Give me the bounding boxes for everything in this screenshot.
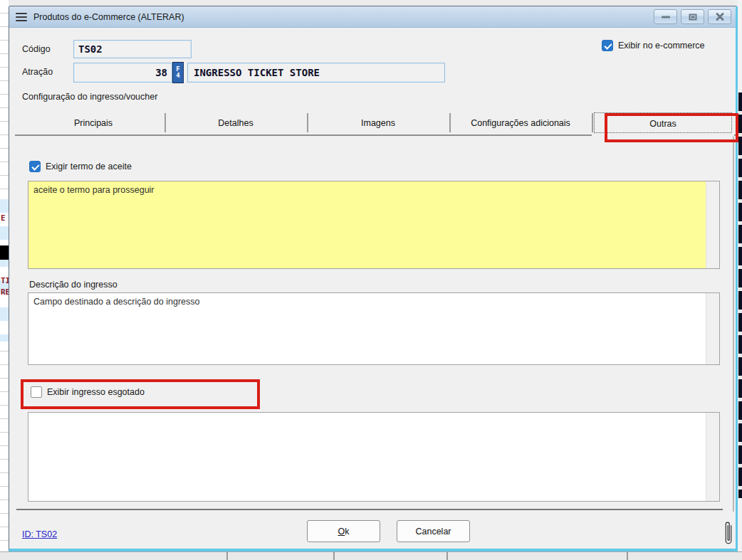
maximize-button[interactable] (681, 9, 704, 24)
scrollbar-track[interactable] (706, 413, 719, 501)
scrollbar-track[interactable] (706, 293, 719, 364)
screen: E TI RE Produtos do e-Commerce (ALTERAR)… (0, 0, 742, 560)
checkbox-exibir-esgotado-label: Exibir ingresso esgotado (47, 387, 145, 397)
background-selected-row (0, 245, 9, 260)
f4-key-bottom: 4 (176, 73, 179, 79)
checkbox-exibir-ecommerce-label: Exibir no e-commerce (618, 41, 705, 51)
ok-mnemonic: O (338, 527, 345, 537)
paperclip-icon[interactable] (721, 517, 736, 550)
codigo-label: Código (22, 44, 51, 54)
footer-divider (16, 509, 723, 510)
atracao-description-value: INGRESSO TICKET STORE (194, 67, 320, 78)
ok-button[interactable]: Ok (307, 520, 380, 542)
f4-lookup-button[interactable]: F 4 (172, 62, 184, 83)
tab-outras[interactable]: Outras (592, 110, 734, 137)
close-button[interactable] (708, 9, 731, 24)
tab-label: Configurações adicionais (471, 118, 570, 128)
tab-label: Imagens (361, 118, 395, 128)
window-title: Produtos do e-Commerce (ALTERAR) (33, 12, 184, 22)
checkbox-exibir-ecommerce[interactable]: Exibir no e-commerce (602, 40, 705, 51)
tab-imagens[interactable]: Imagens (307, 110, 449, 136)
tab-separator (592, 113, 593, 132)
codigo-field[interactable]: TS02 (73, 40, 192, 58)
checkbox-exibir-esgotado[interactable]: Exibir ingresso esgotado (31, 386, 145, 398)
record-id-link[interactable]: ID: TS02 (22, 529, 57, 539)
dialog-produtos-ecommerce: Produtos do e-Commerce (ALTERAR) Código … (9, 6, 738, 551)
checkbox-unchecked-icon (31, 386, 42, 398)
background-table-bottom (0, 551, 742, 560)
tab-principais[interactable]: Principais (22, 110, 164, 136)
titlebar[interactable]: Produtos do e-Commerce (ALTERAR) (9, 6, 736, 28)
background-table-right (738, 0, 742, 560)
esgotado-textarea[interactable] (28, 412, 720, 502)
background-text-fragment: E (1, 213, 6, 223)
ok-rest: k (345, 527, 349, 537)
background-gridline (226, 552, 228, 560)
section-title: Configuração do ingresso/voucher (22, 92, 157, 102)
scrollbar-track[interactable] (706, 181, 719, 268)
tab-separator (164, 113, 166, 132)
menu-icon (16, 13, 27, 21)
background-gridline (446, 552, 448, 560)
tab-detalhes[interactable]: Detalhes (164, 110, 307, 136)
termo-aceite-text: aceite o termo para prosseguir (33, 184, 701, 196)
tabstrip: Principais Detalhes Imagens Configuraçõe… (22, 110, 734, 136)
background-gridline (627, 552, 628, 560)
codigo-value: TS02 (78, 43, 103, 55)
checkbox-checked-icon (29, 161, 41, 172)
checkbox-checked-icon (602, 40, 613, 51)
tab-label: Outras (649, 119, 676, 129)
atracao-code-field[interactable]: 38 (73, 63, 172, 83)
background-gridline (333, 552, 335, 560)
background-table-left: E TI RE (0, 0, 9, 560)
checkbox-exigir-termo[interactable]: Exigir termo de aceite (29, 161, 132, 172)
atracao-description-field[interactable]: INGRESSO TICKET STORE (187, 63, 445, 83)
atracao-code-value: 38 (155, 67, 167, 78)
descricao-textarea[interactable]: Campo destinado a descrição do ingresso (28, 292, 720, 365)
minimize-icon (662, 16, 670, 18)
tab-separator (449, 113, 451, 132)
descricao-label: Descrição do ingresso (29, 280, 117, 290)
termo-aceite-textarea[interactable]: aceite o termo para prosseguir (28, 181, 720, 269)
tab-separator (307, 113, 308, 132)
tab-configuracoes-adicionais[interactable]: Configurações adicionais (449, 110, 592, 136)
window-controls (654, 9, 731, 24)
tab-panel-border (733, 136, 734, 512)
tab-label: Detalhes (218, 118, 253, 128)
tab-label: Principais (74, 118, 113, 128)
cancel-button[interactable]: Cancelar (397, 520, 470, 542)
cancel-label: Cancelar (415, 527, 451, 537)
minimize-button[interactable] (654, 9, 677, 24)
maximize-icon (689, 14, 696, 20)
background-rows-dark (738, 93, 742, 498)
descricao-text: Campo destinado a descrição do ingresso (33, 296, 701, 307)
checkbox-exigir-termo-label: Exigir termo de aceite (46, 162, 132, 171)
atracao-label: Atração (22, 67, 53, 77)
